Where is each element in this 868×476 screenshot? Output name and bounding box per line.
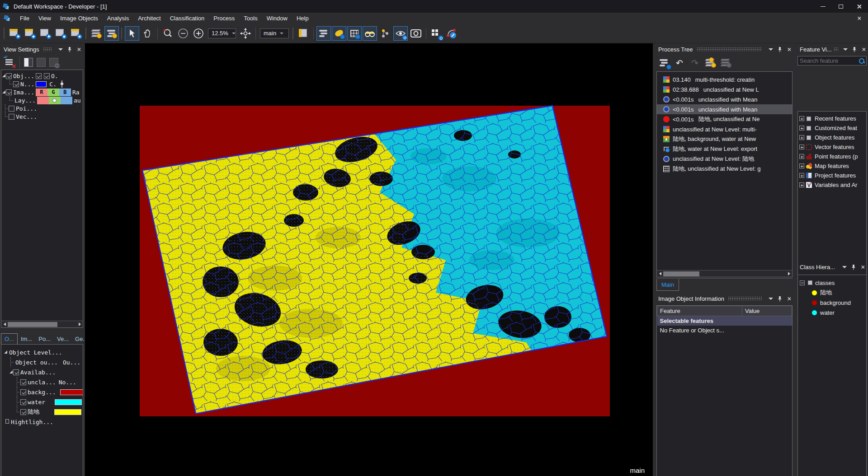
class-hierarchy-button[interactable] — [378, 26, 392, 41]
run-disabled-button[interactable] — [719, 57, 732, 69]
feature-row-vector[interactable]: Vector features — [798, 142, 866, 152]
tree-row-water-class[interactable]: water — [1, 397, 83, 407]
zoom-out-button[interactable] — [176, 26, 190, 41]
class-row-water[interactable]: water — [798, 308, 866, 317]
process-row-selected[interactable]: <0.001sunclassified with Mean — [657, 104, 792, 114]
process-row[interactable]: unclassified at New Level: multi- — [657, 124, 792, 134]
tree-row-object-outline[interactable]: Object ou... Ou... — [1, 357, 83, 367]
land-checkbox[interactable] — [20, 409, 26, 415]
layer-green-cell[interactable] — [49, 97, 61, 104]
process-row[interactable]: 02:38.688unclassified at New L — [657, 84, 792, 94]
zoom-region-button[interactable] — [160, 26, 175, 41]
view-settings-toggle-button[interactable] — [316, 26, 331, 41]
open-project-button[interactable] — [69, 26, 83, 41]
expander-closed-icon[interactable] — [5, 420, 9, 424]
pan-move-button[interactable] — [238, 26, 253, 41]
menu-classification[interactable]: Classification — [165, 14, 209, 23]
water-color-swatch[interactable] — [55, 399, 82, 405]
zoom-level-select[interactable]: 12.5% — [208, 28, 236, 38]
tree-row-vectors[interactable]: Vec... — [1, 112, 83, 121]
tree-row-highlight[interactable]: Hightligh... — [1, 417, 83, 427]
tree-row-unclassified[interactable]: uncla... No... — [1, 377, 83, 387]
table-row-empty[interactable]: No Feature or Object s... — [657, 326, 792, 335]
scroll-right-icon[interactable] — [76, 322, 83, 327]
process-row[interactable]: 陆地, background, water at New — [657, 134, 792, 144]
feature-row-map[interactable]: Map features — [798, 161, 866, 171]
menu-file[interactable]: File — [15, 14, 34, 23]
feature-row-customized[interactable]: Customized feat — [798, 123, 866, 133]
feature-row-recent[interactable]: Recent features — [798, 114, 866, 123]
table-row-selectable-features[interactable]: Selectable features — [657, 316, 792, 326]
new-workspace-button[interactable] — [7, 26, 22, 41]
panel-grip[interactable] — [697, 47, 762, 51]
tab-main[interactable]: Main — [656, 279, 679, 291]
expander-open-icon[interactable] — [3, 350, 8, 355]
show-hide-outlines-button[interactable] — [393, 26, 408, 41]
menu-architect[interactable]: Architect — [133, 14, 165, 23]
tree-row-background-class[interactable]: backg... — [1, 387, 83, 397]
feature-view-titlebar[interactable]: Feature Vi... — [796, 43, 868, 55]
menu-process[interactable]: Process — [209, 14, 239, 23]
column-value[interactable]: Value — [742, 306, 792, 316]
collapse-minus-icon[interactable] — [800, 280, 805, 285]
expander-open-icon[interactable] — [1, 74, 6, 78]
panel-pin-button[interactable] — [776, 46, 783, 53]
tab-geometry[interactable]: Ge... — [72, 334, 84, 344]
single-view-icon[interactable] — [24, 58, 33, 67]
pan-hand-button[interactable] — [140, 26, 155, 41]
zoom-in-button[interactable] — [191, 26, 206, 41]
tab-points[interactable]: Po... — [35, 334, 54, 344]
land-color-swatch[interactable] — [54, 409, 81, 415]
expand-plus-icon[interactable] — [799, 135, 804, 140]
layer-red-cell[interactable] — [37, 97, 49, 104]
class-hierarchy-titlebar[interactable]: Class Hiera... — [796, 261, 868, 273]
points-checkbox[interactable] — [9, 106, 14, 112]
edit-view-list-icon[interactable] — [5, 58, 14, 67]
class-row-land[interactable]: 陆地 — [798, 288, 866, 298]
image-data-checkbox[interactable] — [6, 89, 12, 95]
process-row[interactable]: 陆地, water at New Level: export — [657, 144, 792, 154]
panel-menu-button[interactable] — [841, 263, 848, 271]
panel-pin-button[interactable] — [850, 263, 857, 271]
expander-open-icon[interactable] — [1, 90, 6, 94]
tree-row-object-level[interactable]: Object Level... — [1, 347, 83, 357]
process-tree-titlebar[interactable]: Process Tree — [655, 43, 794, 55]
measure-tool-button[interactable] — [444, 26, 459, 41]
panel-grip[interactable] — [728, 297, 762, 300]
panel-menu-button[interactable] — [767, 46, 774, 53]
unclassified-checkbox[interactable] — [20, 379, 26, 385]
slider-icon[interactable] — [60, 80, 64, 88]
class-row-root[interactable]: classes — [798, 278, 866, 288]
close-button[interactable] — [850, 0, 868, 13]
panel-close-button[interactable] — [75, 46, 82, 53]
menu-image-objects[interactable]: Image Objects — [56, 14, 103, 23]
view-settings-titlebar[interactable]: View Settings — [0, 43, 84, 55]
menu-help[interactable]: Help — [292, 14, 313, 23]
feature-row-point[interactable]: Point features (p — [798, 152, 866, 161]
expand-plus-icon[interactable] — [799, 173, 804, 178]
panel-menu-button[interactable] — [842, 46, 849, 53]
panel-close-button[interactable] — [785, 295, 793, 302]
menu-tools[interactable]: Tools — [239, 14, 262, 23]
feature-search-input[interactable] — [798, 57, 859, 64]
feature-view-toggle-button[interactable] — [332, 26, 346, 41]
panel-grip[interactable] — [834, 47, 838, 51]
objects-checkbox[interactable] — [6, 73, 12, 79]
maximize-button[interactable] — [832, 0, 850, 13]
tree-row-land-class[interactable]: 陆地 — [1, 407, 83, 417]
background-checkbox[interactable] — [20, 389, 26, 395]
minimize-button[interactable] — [814, 0, 832, 13]
process-row[interactable]: 03.140multi-threshold: creatin — [657, 75, 792, 84]
undo-button[interactable]: ↶ — [673, 57, 686, 69]
panel-close-button[interactable] — [785, 46, 793, 53]
horizontal-scrollbar[interactable] — [1, 321, 83, 327]
expand-plus-icon[interactable] — [799, 126, 804, 131]
expander-open-icon[interactable] — [9, 370, 13, 374]
split-window-button[interactable] — [296, 26, 311, 41]
menu-analysis[interactable]: Analysis — [103, 14, 133, 23]
panel-close-button[interactable] — [859, 263, 866, 271]
tab-object-levels[interactable]: O... — [1, 333, 18, 344]
menu-view[interactable]: View — [34, 14, 56, 23]
expand-plus-icon[interactable] — [799, 116, 804, 121]
outline-checkbox[interactable] — [36, 73, 42, 79]
